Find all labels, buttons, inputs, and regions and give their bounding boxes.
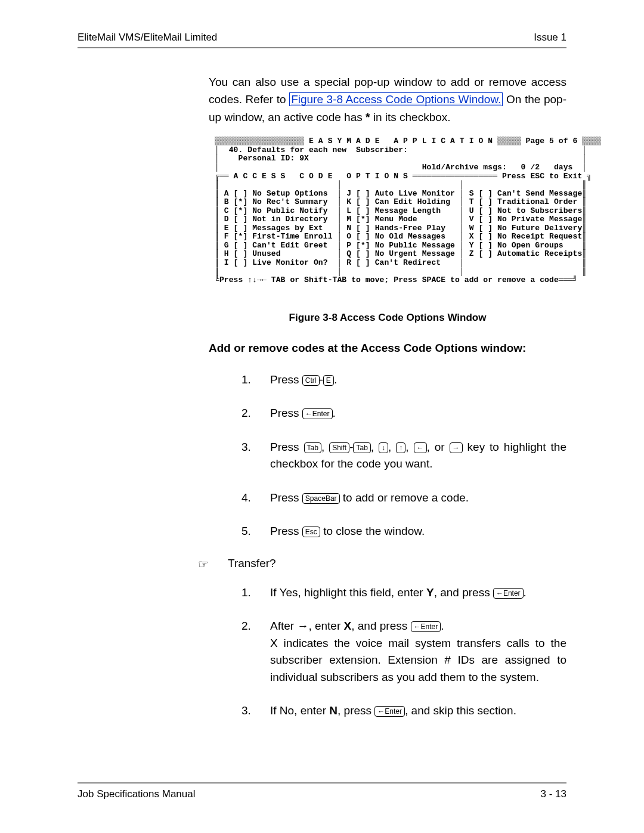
figure-caption: Figure 3-8 Access Code Options Window: [209, 312, 566, 324]
intro-paragraph: You can also use a special pop-up window…: [209, 73, 566, 126]
hand-icon: ☞: [198, 557, 228, 571]
key-esc: Esc: [302, 527, 320, 537]
key-enter: ←Enter: [411, 621, 441, 632]
key-enter: ←Enter: [374, 706, 405, 717]
page-footer: Job Specifications Manual 3 - 13: [78, 782, 566, 800]
key-e: E: [323, 375, 334, 386]
transfer-heading: ☞ Transfer?: [198, 557, 566, 571]
header-right: Issue 1: [534, 32, 566, 44]
transfer-step-3: 3. If No, enter N, press ←Enter, and ski…: [242, 702, 566, 720]
terminal-window: ░░░░░░░░░░░░░░░░░░░ E A S Y M A D E A P …: [215, 137, 566, 284]
step-1: 1. Press Ctrl-E.: [242, 371, 566, 389]
key-enter: ←Enter: [493, 588, 524, 599]
key-spacebar: SpaceBar: [302, 493, 340, 504]
header-left: EliteMail VMS/EliteMail Limited: [78, 32, 217, 44]
step-3: 3. Press Tab, Shift-Tab, ↓, ↑, ←, or → k…: [242, 439, 566, 473]
step-4: 4. Press SpaceBar to add or remove a cod…: [242, 490, 566, 507]
section-heading: Add or remove codes at the Access Code O…: [209, 342, 566, 355]
key-ctrl: Ctrl: [302, 375, 320, 386]
page-header: EliteMail VMS/EliteMail Limited Issue 1: [78, 32, 566, 48]
footer-right: 3 - 13: [541, 788, 566, 800]
key-enter: ←Enter: [302, 408, 333, 419]
footer-left: Job Specifications Manual: [78, 788, 196, 800]
step-2: 2. Press ←Enter.: [242, 405, 566, 422]
transfer-step-2: 2. After →, enter X, and press ←Enter. X…: [242, 618, 566, 686]
figure-link[interactable]: Figure 3-8 Access Code Options Window.: [289, 92, 503, 106]
transfer-step-1: 1. If Yes, highlight this field, enter Y…: [242, 584, 566, 602]
step-5: 5. Press Esc to close the window.: [242, 523, 566, 540]
